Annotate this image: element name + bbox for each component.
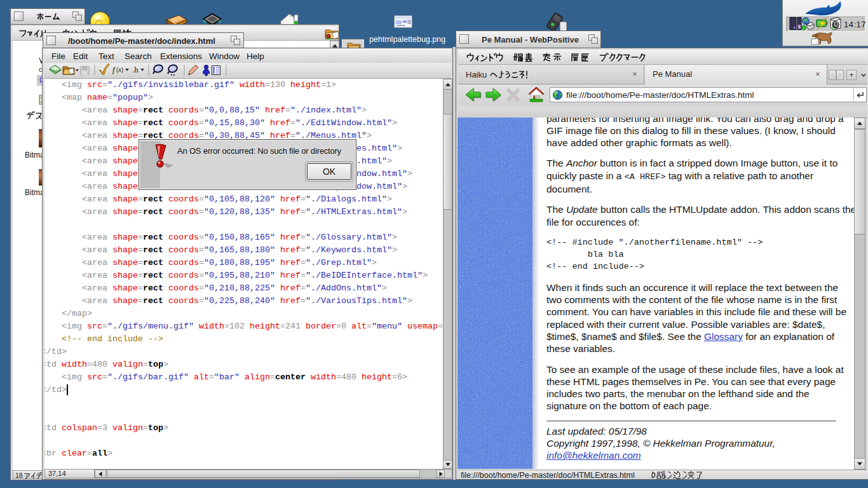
svg-text:.h: .h <box>132 65 139 74</box>
svg-text:(x): (x) <box>116 66 123 73</box>
svg-text:Haiku: Haiku <box>466 70 487 79</box>
